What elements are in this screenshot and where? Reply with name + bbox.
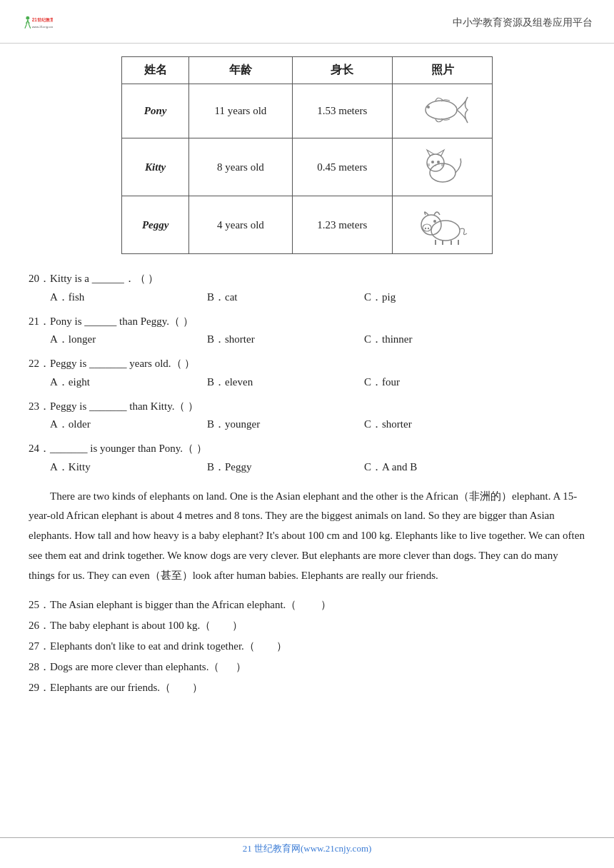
- cat-icon: [414, 144, 471, 187]
- question-21-text: 21．Pony is ______ than Peggy.（ ）: [29, 313, 585, 331]
- svg-point-16: [437, 161, 440, 163]
- question-21-options: A．longer B．shorter C．thinner: [29, 333, 585, 346]
- tf-questions-section: 25．The Asian elephant is bigger than the…: [29, 595, 585, 697]
- animal-height-kitty: 0.45 meters: [292, 138, 392, 196]
- col-header-height: 身长: [292, 57, 392, 84]
- table-row: Peggy 4 years old 1.23 meters: [122, 196, 493, 254]
- table-row: Kitty 8 years old 0.45 meters: [122, 138, 493, 196]
- question-22-options: A．eight B．eleven C．four: [29, 375, 585, 389]
- logo-area: 21世纪教育 www.21cnjy.com: [21, 7, 56, 39]
- question-24-text: 24．_______ is younger than Pony.（ ）: [29, 440, 585, 458]
- question-20: 20．Kitty is a ______．（ ） A．fish B．cat C．…: [29, 270, 585, 304]
- header-tagline: 中小学教育资源及组卷应用平台: [453, 16, 593, 29]
- svg-point-26: [433, 220, 436, 223]
- svg-point-9: [426, 101, 457, 119]
- animal-height-pony: 1.53 meters: [292, 84, 392, 138]
- option-22-c: C．four: [364, 375, 521, 389]
- option-24-c: C．A and B: [364, 460, 521, 474]
- question-23: 23．Peggy is _______ than Kitty.（ ） A．old…: [29, 398, 585, 432]
- option-24-a: A．Kitty: [50, 460, 207, 474]
- animal-photo-peggy: [393, 196, 493, 254]
- svg-point-21: [431, 221, 460, 241]
- question-24-options: A．Kitty B．Peggy C．A and B: [29, 460, 585, 474]
- table-row: Pony 11 years old 1.53 meters: [122, 84, 493, 138]
- question-23-text: 23．Peggy is _______ than Kitty.（ ）: [29, 398, 585, 416]
- col-header-name: 姓名: [122, 57, 189, 84]
- svg-marker-13: [427, 150, 434, 156]
- question-22-text: 22．Peggy is _______ years old.（ ）: [29, 355, 585, 373]
- question-20-text: 20．Kitty is a ______．（ ）: [29, 270, 585, 288]
- option-22-a: A．eight: [50, 375, 207, 389]
- svg-marker-14: [437, 150, 444, 156]
- option-20-b: B．cat: [207, 291, 364, 304]
- question-23-options: A．older B．younger C．shorter: [29, 418, 585, 431]
- passage-text: There are two kinds of elephants on land…: [29, 487, 585, 586]
- svg-point-11: [430, 163, 456, 182]
- svg-point-10: [427, 106, 430, 108]
- tf-question-29: 29．Elephants are our friends.（ ）: [29, 678, 585, 697]
- option-23-c: C．shorter: [364, 418, 521, 431]
- animal-age-kitty: 8 years old: [189, 138, 292, 196]
- col-header-age: 年龄: [189, 57, 292, 84]
- svg-text:www.21cnjy.com: www.21cnjy.com: [32, 25, 53, 29]
- option-23-b: B．younger: [207, 418, 364, 431]
- svg-point-24: [425, 228, 426, 229]
- svg-point-0: [26, 16, 29, 20]
- tf-question-27: 27．Elephants don't like to eat and drink…: [29, 637, 585, 656]
- animal-table: 姓名 年龄 身长 照片 Pony 11 years old 1.53 meter…: [121, 56, 493, 254]
- question-24: 24．_______ is younger than Pony.（ ） A．Ki…: [29, 440, 585, 474]
- option-21-a: A．longer: [50, 333, 207, 346]
- option-21-c: C．thinner: [364, 333, 521, 346]
- question-21: 21．Pony is ______ than Peggy.（ ） A．longe…: [29, 313, 585, 347]
- svg-line-4: [29, 25, 31, 29]
- svg-point-23: [423, 224, 431, 231]
- question-20-options: A．fish B．cat C．pig: [29, 291, 585, 304]
- animal-photo-pony: [393, 84, 493, 138]
- option-20-c: C．pig: [364, 291, 521, 304]
- footer-text: 21 世纪教育网(www.21cnjy.com): [243, 843, 372, 854]
- pig-icon: [416, 202, 469, 245]
- svg-text:21世纪教育: 21世纪教育: [32, 17, 53, 22]
- animal-height-peggy: 1.23 meters: [292, 196, 392, 254]
- svg-point-12: [427, 154, 444, 171]
- tf-question-25: 25．The Asian elephant is bigger than the…: [29, 595, 585, 615]
- option-22-b: B．eleven: [207, 375, 364, 389]
- option-23-a: A．older: [50, 418, 207, 431]
- animal-age-pony: 11 years old: [189, 84, 292, 138]
- animal-name-kitty: Kitty: [122, 138, 189, 196]
- tf-question-28: 28．Dogs are more clever than elephants.（…: [29, 657, 585, 677]
- col-header-photo: 照片: [393, 57, 493, 84]
- svg-line-3: [25, 25, 26, 29]
- animal-photo-kitty: [393, 138, 493, 196]
- animal-name-pony: Pony: [122, 84, 189, 138]
- page-header: 21世纪教育 www.21cnjy.com 中小学教育资源及组卷应用平台: [0, 0, 614, 44]
- animal-name-peggy: Peggy: [122, 196, 189, 254]
- option-21-b: B．shorter: [207, 333, 364, 346]
- option-20-a: A．fish: [50, 291, 207, 304]
- svg-point-25: [428, 228, 429, 229]
- questions-section: 20．Kitty is a ______．（ ） A．fish B．cat C．…: [29, 270, 585, 474]
- logo-icon: 21世纪教育 www.21cnjy.com: [21, 7, 53, 39]
- fish-icon: [414, 90, 471, 129]
- animal-age-peggy: 4 years old: [189, 196, 292, 254]
- option-24-b: B．Peggy: [207, 460, 364, 474]
- svg-point-15: [431, 161, 434, 163]
- tf-question-26: 26．The baby elephant is about 100 kg.（ ）: [29, 616, 585, 635]
- page-footer: 21 世纪教育网(www.21cnjy.com): [0, 837, 614, 855]
- question-22: 22．Peggy is _______ years old.（ ） A．eigh…: [29, 355, 585, 389]
- main-content: 姓名 年龄 身长 照片 Pony 11 years old 1.53 meter…: [0, 44, 614, 720]
